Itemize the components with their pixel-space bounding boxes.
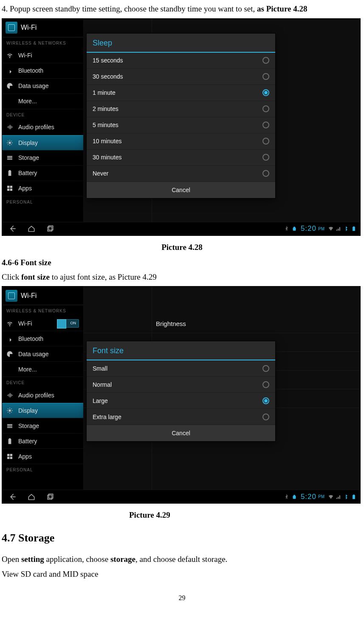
content-row-brightness[interactable]: Brightness (84, 315, 360, 333)
settings-sidepanel: Wi-Fi WIRELESS & NETWORKS Wi-Fi Bluetoot… (2, 286, 84, 490)
svg-point-0 (8, 142, 11, 144)
sidebar-item-display[interactable]: Display (2, 135, 83, 150)
sidebar-item-label: Wi-Fi (18, 320, 32, 327)
screenshot-fontsize: Wi-Fi WIRELESS & NETWORKS Wi-Fi Bluetoot… (2, 286, 361, 504)
option-label: 1 minute (93, 89, 116, 96)
sidebar-item-battery[interactable]: Battery (2, 434, 83, 449)
section-personal: PERSONAL (2, 464, 83, 475)
status-icons-right (328, 494, 357, 500)
sidebar-item-apps[interactable]: Apps (2, 449, 83, 464)
svg-point-3 (8, 410, 11, 412)
sidebar-item-bluetooth[interactable]: Bluetooth (2, 63, 83, 79)
sidebar-item-battery[interactable]: Battery (2, 166, 83, 181)
storage-line2: View SD card and MID space (2, 569, 362, 580)
fontsize-option[interactable]: Large (87, 393, 275, 409)
radio-icon (262, 57, 269, 64)
heading-4-7-storage: 4.7 Storage (2, 532, 362, 544)
sidebar-item-label: Bluetooth (18, 67, 43, 74)
dialog-cancel-button[interactable]: Cancel (87, 425, 275, 441)
dialog-cancel-button[interactable]: Cancel (87, 182, 275, 198)
wifi-toggle-on[interactable] (57, 319, 79, 328)
wifi-status-icon (328, 226, 334, 232)
sleep-option[interactable]: Never (87, 166, 275, 182)
fontsize-option[interactable]: Small (87, 360, 275, 377)
settings-app-icon (6, 22, 17, 34)
svg-rect-4 (48, 495, 52, 499)
text: Open (2, 555, 21, 564)
status-icons (284, 226, 297, 232)
sleep-option[interactable]: 15 seconds (87, 53, 275, 69)
sidebar-item-label: Audio profiles (18, 392, 54, 399)
clock-time: 5:20 (301, 493, 316, 501)
system-navbar: 5:20 PM (2, 222, 360, 235)
text-bold: setting (21, 555, 44, 564)
bluetooth-icon (6, 67, 13, 74)
back-button[interactable] (6, 224, 20, 234)
back-button[interactable] (6, 492, 20, 502)
clock-time: 5:20 (301, 224, 316, 233)
text: , and choose default storage. (135, 555, 227, 564)
settings-app-icon (6, 290, 17, 302)
option-label: 5 minutes (93, 122, 119, 128)
sidebar-item-more[interactable]: More... (2, 362, 83, 377)
android-debug-icon (291, 226, 297, 232)
signal-icon (336, 226, 341, 232)
sidebar-item-audio-profiles[interactable]: Audio profiles (2, 120, 83, 135)
storage-icon (6, 154, 13, 161)
radio-icon (262, 414, 269, 420)
dialog-title: Font size (87, 341, 275, 360)
option-label: 10 minutes (93, 138, 121, 145)
section-wireless: WIRELESS & NETWORKS (2, 37, 83, 48)
page-number: 29 (2, 594, 362, 602)
sidebar-item-data-usage[interactable]: Data usage (2, 79, 83, 94)
android-debug-icon (291, 494, 297, 500)
sidebar-item-storage[interactable]: Storage (2, 150, 83, 166)
fontsize-sentence: Click font size to ajust font size, as P… (2, 272, 362, 283)
sidebar-item-label: Audio profiles (18, 124, 54, 130)
sidebar-item-label: Data usage (18, 351, 49, 357)
fontsize-dialog: Font size SmallNormalLargeExtra large Ca… (86, 341, 276, 442)
fontsize-option[interactable]: Normal (87, 377, 275, 393)
settings-header: Wi-Fi (2, 19, 83, 37)
sidebar-item-data-usage[interactable]: Data usage (2, 346, 83, 362)
fontsize-option[interactable]: Extra large (87, 409, 275, 425)
sidebar-item-label: Battery (18, 438, 37, 445)
sidebar-item-label: Data usage (18, 82, 49, 89)
sidebar-item-more[interactable]: More... (2, 94, 83, 109)
recents-button[interactable] (43, 224, 57, 234)
sleep-option[interactable]: 30 minutes (87, 150, 275, 166)
sidebar-item-audio-profiles[interactable]: Audio profiles (2, 388, 83, 403)
text: to ajust font size, as Picture 4.29 (50, 272, 157, 281)
sidebar-item-label: Display (18, 407, 38, 414)
sidebar-item-label: Battery (18, 170, 37, 176)
recents-button[interactable] (43, 492, 57, 502)
battery-icon (6, 438, 13, 445)
home-button[interactable] (24, 492, 39, 502)
sidebar-item-storage[interactable]: Storage (2, 418, 83, 434)
settings-app-title: Wi-Fi (21, 292, 37, 300)
sleep-option[interactable]: 5 minutes (87, 117, 275, 133)
sleep-option[interactable]: 30 seconds (87, 69, 275, 85)
status-icons-right (328, 226, 357, 232)
sidebar-item-apps[interactable]: Apps (2, 181, 83, 196)
option-label: Extra large (93, 414, 121, 420)
home-button[interactable] (24, 224, 39, 234)
sleep-option[interactable]: 2 minutes (87, 101, 275, 117)
sidebar-item-wifi[interactable]: Wi-Fi (2, 316, 83, 331)
status-bar: 5:20 PM (284, 224, 357, 233)
sidebar-item-display[interactable]: Display (2, 403, 83, 418)
display-icon (6, 139, 13, 146)
sidebar-item-bluetooth[interactable]: Bluetooth (2, 331, 83, 346)
text-bold: font size (21, 272, 50, 281)
svg-rect-2 (49, 226, 53, 230)
data-usage-icon (6, 82, 13, 89)
sidebar-item-label: Storage (18, 154, 39, 161)
sidebar-item-wifi[interactable]: Wi-Fi (2, 48, 83, 63)
sleep-option[interactable]: 1 minute (87, 85, 275, 101)
sleep-option[interactable]: 10 minutes (87, 133, 275, 150)
settings-header: Wi-Fi (2, 286, 83, 305)
status-bar: 5:20 PM (284, 493, 357, 501)
caption-4-29: Picture 4.29 (2, 510, 362, 520)
settings-app-title: Wi-Fi (21, 24, 37, 31)
system-navbar: 5:20 PM (2, 490, 360, 503)
